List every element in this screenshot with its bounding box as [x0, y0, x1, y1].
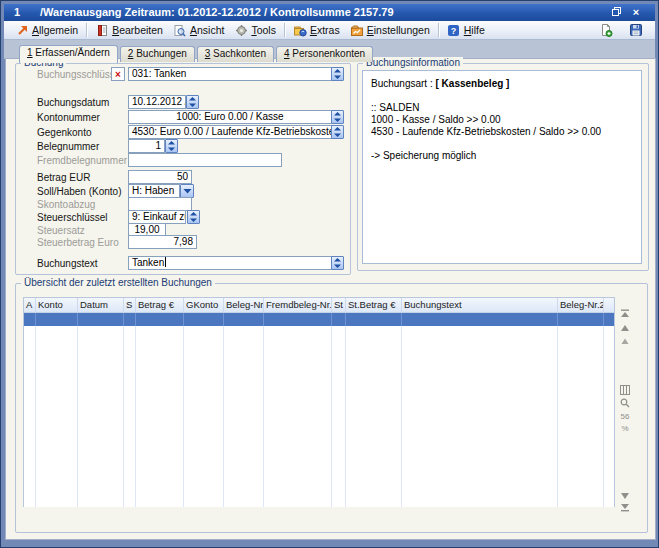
- betrag-eur-input[interactable]: 50: [128, 170, 192, 184]
- menu-ansicht[interactable]: Ansicht: [168, 22, 229, 38]
- tab-strip: 1 Erfassen/Ändern 2 Buchungen 3 Sachkont…: [19, 44, 375, 62]
- gegenkonto-spinner[interactable]: [331, 125, 344, 139]
- close-icon[interactable]: ×: [629, 6, 643, 19]
- tab-buchungen[interactable]: 2 Buchungen: [120, 46, 195, 62]
- label-buchungsschluessel: Buchungsschlüssel: [37, 69, 123, 80]
- table-body: [24, 326, 614, 507]
- column-header-datum[interactable]: Datum: [78, 298, 124, 312]
- row-up-icon[interactable]: [618, 335, 632, 347]
- settings-folder-icon: [350, 23, 364, 37]
- buchungstext-spinner[interactable]: [331, 256, 344, 270]
- column-header-st-betrag[interactable]: St.Betrag €: [346, 298, 402, 312]
- selected-table-row[interactable]: [24, 313, 614, 326]
- label-skontoabzug: Skontoabzug: [37, 199, 95, 210]
- menu-separator: [86, 23, 87, 37]
- buchungsschluessel-spinner[interactable]: [331, 67, 344, 81]
- count-badge-icon[interactable]: 56: [618, 410, 632, 422]
- speicherung-status: -> Speicherung möglich: [371, 150, 633, 162]
- menu-tools[interactable]: Tools: [229, 22, 281, 38]
- menu-separator: [284, 23, 285, 37]
- column-header-betrag[interactable]: Betrag €: [136, 298, 184, 312]
- label-belegnummer: Belegnummer: [37, 141, 99, 152]
- scroll-bottom-icon[interactable]: [618, 501, 632, 513]
- column-header-st[interactable]: St: [332, 298, 346, 312]
- edit-notebook-icon: [95, 23, 109, 37]
- label-fremdbelegnummer: Fremdbelegnummer: [37, 155, 127, 166]
- steuerbetrag-euro-input[interactable]: 7,98: [128, 235, 197, 249]
- label-steuersatz: Steuersatz: [37, 225, 85, 236]
- buchungsdatum-spinner[interactable]: [186, 95, 199, 109]
- buchungen-table: A Konto Datum S Betrag € GKonto Beleg-Nr…: [23, 297, 615, 507]
- label-steuerschluessel: Steuerschlüssel: [37, 212, 108, 223]
- column-header-beleg-nr-2[interactable]: Beleg-Nr.2: [558, 298, 604, 312]
- extras-folder-icon: [293, 23, 307, 37]
- skontoabzug-input[interactable]: [128, 197, 192, 211]
- belegnummer-input[interactable]: 1: [128, 139, 165, 153]
- help-icon: ?: [447, 23, 461, 37]
- label-betrag-eur: Betrag EUR: [37, 172, 90, 183]
- menu-bearbeiten[interactable]: Bearbeiten: [90, 22, 168, 38]
- buchungsdatum-input[interactable]: 10.12.2012 /Mo: [128, 95, 186, 109]
- column-header-s[interactable]: S: [124, 298, 136, 312]
- table-header-row: A Konto Datum S Betrag € GKonto Beleg-Nr…: [24, 298, 614, 313]
- fremdbelegnummer-input[interactable]: [128, 153, 282, 167]
- menu-allgemein[interactable]: Allgemein: [10, 22, 83, 38]
- gegenkonto-input[interactable]: 4530: Euro 0.00 / Laufende Kfz-Betriebsk…: [128, 125, 332, 139]
- tab-sachkonten[interactable]: 3 Sachkonten: [197, 46, 274, 62]
- application-window: 1 /Warenausgang Zeitraum: 01.2012-12.201…: [0, 0, 659, 548]
- kontonummer-spinner[interactable]: [331, 110, 344, 124]
- menu-bar: Allgemein Bearbeiten Ansicht Tools: [4, 21, 655, 40]
- salden-header: :: SALDEN: [371, 102, 633, 114]
- column-header-buchungstext[interactable]: Buchungstext: [402, 298, 558, 312]
- scroll-top-icon[interactable]: [618, 308, 632, 320]
- column-header-konto[interactable]: Konto: [36, 298, 78, 312]
- column-header-beleg-nr[interactable]: Beleg-Nr.: [224, 298, 264, 312]
- window-title: /Warenausgang Zeitraum: 01.2012-12.2012 …: [40, 6, 394, 18]
- scroll-down-icon[interactable]: [618, 489, 632, 501]
- tab-erfassen-aendern[interactable]: 1 Erfassen/Ändern: [19, 45, 118, 63]
- label-gegenkonto: Gegenkonto: [37, 127, 92, 138]
- buchungstext-input[interactable]: Tanken: [128, 256, 332, 270]
- tools-gear-icon: [234, 23, 248, 37]
- uebersicht-group-label: Übersicht der zuletzt erstellten Buchung…: [21, 277, 215, 288]
- buchungsinformation-panel: Buchungsart : [ Kassenbeleg ] :: SALDEN …: [362, 70, 642, 264]
- new-document-icon[interactable]: [598, 22, 614, 38]
- label-buchungsdatum: Buchungsdatum: [37, 97, 109, 108]
- clear-buchungsschluessel-icon[interactable]: ×: [111, 67, 125, 81]
- label-kontonummer: Kontonummer: [37, 112, 100, 123]
- steuerschluessel-input[interactable]: 9: Einkauf zu: [128, 210, 186, 224]
- menu-einstellungen[interactable]: Einstellungen: [345, 22, 435, 38]
- percent-icon[interactable]: %: [618, 422, 632, 434]
- buchungsart-value: [ Kassenbeleg ]: [436, 78, 510, 89]
- tab-personenkonten[interactable]: 4 Personenkonten: [276, 46, 373, 62]
- menu-extras[interactable]: Extras: [288, 22, 345, 38]
- restore-icon[interactable]: [609, 6, 623, 19]
- column-header-empty: [604, 298, 614, 312]
- steuerschluessel-spinner[interactable]: [187, 210, 200, 224]
- kontonummer-input[interactable]: 1000: Euro 0.00 / Kasse: [128, 110, 332, 124]
- buchungsart-line: Buchungsart : [ Kassenbeleg ]: [371, 78, 633, 90]
- title-bar: 1 /Warenausgang Zeitraum: 01.2012-12.201…: [4, 4, 655, 21]
- window-number: 1: [14, 6, 20, 18]
- menu-separator: [438, 23, 439, 37]
- label-steuerbetrag-euro: Steuerbetrag Euro: [37, 237, 119, 248]
- saldo-line-1000: 1000 - Kasse / Saldo >> 0.00: [371, 114, 633, 126]
- view-magnifier-icon: [173, 23, 187, 37]
- soll-haben-select[interactable]: H: Haben: [128, 184, 180, 198]
- save-icon[interactable]: [628, 22, 644, 38]
- column-header-gkonto[interactable]: GKonto: [184, 298, 224, 312]
- nav-arrow-icon: [15, 23, 29, 37]
- column-header-fremdbeleg-nr[interactable]: Fremdbeleg-Nr.: [264, 298, 332, 312]
- column-header-a[interactable]: A: [24, 298, 36, 312]
- grid-columns-icon[interactable]: [618, 384, 632, 396]
- buchungsschluessel-input[interactable]: 031: Tanken: [128, 67, 332, 81]
- belegnummer-spinner[interactable]: [165, 139, 178, 153]
- soll-haben-dropdown-icon[interactable]: [180, 184, 194, 198]
- search-icon[interactable]: [618, 397, 632, 409]
- buchungsinformation-group-label: Buchungsinformation: [363, 57, 463, 68]
- text-caret: [165, 257, 166, 267]
- menu-hilfe[interactable]: ? Hilfe: [442, 22, 490, 38]
- label-buchungstext: Buchungstext: [37, 258, 98, 269]
- label-soll-haben: Soll/Haben (Konto): [37, 186, 122, 197]
- scroll-up-icon[interactable]: [618, 322, 632, 334]
